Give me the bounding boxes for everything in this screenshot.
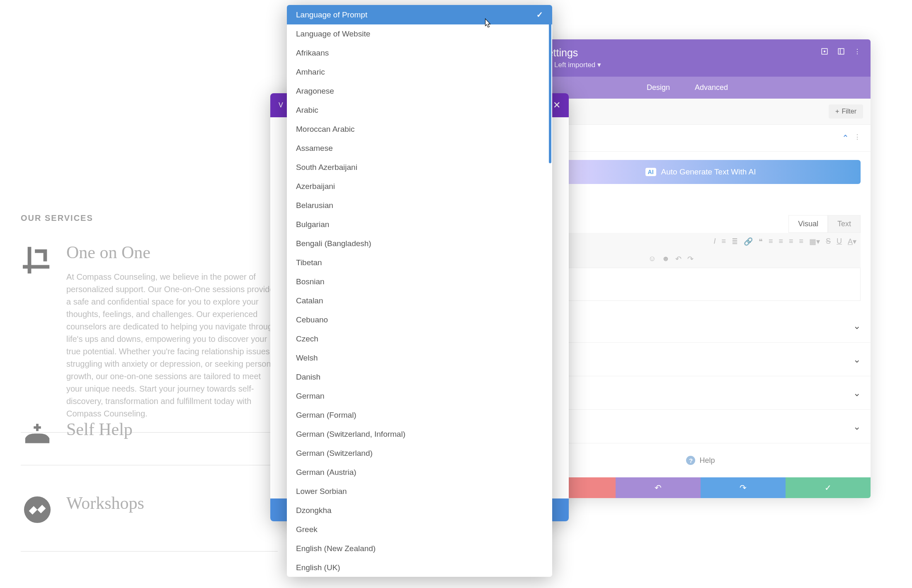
- text-editor: Visual Text I ≡ ≣ 🔗 ❝ ≡ ≡ ≡ ≡ ▦▾ S U A▾ …: [541, 215, 861, 301]
- italic-icon[interactable]: I: [713, 237, 716, 246]
- language-option[interactable]: Bengali (Bangladesh): [287, 234, 552, 253]
- crop-icon: [21, 242, 54, 276]
- language-option[interactable]: Dzongkha: [287, 501, 552, 520]
- ai-modal-title: V: [279, 102, 283, 109]
- redo-icon[interactable]: ↷: [687, 254, 694, 264]
- tab-advanced[interactable]: Advanced: [682, 77, 740, 99]
- language-option[interactable]: Language of Website: [287, 24, 552, 44]
- save-button[interactable]: ✓: [786, 477, 871, 498]
- redo-button[interactable]: ↷: [701, 477, 786, 498]
- language-option[interactable]: Tibetan: [287, 253, 552, 272]
- chevron-down-icon: [853, 421, 861, 432]
- svg-point-2: [824, 51, 825, 52]
- settings-header: Settings age Left imported ▾: [531, 39, 871, 77]
- service-title: Workshops: [66, 493, 144, 513]
- help-link[interactable]: ? Help: [531, 443, 871, 477]
- editor-toolbar-2: ☺ ☻ ↶ ↷: [541, 250, 861, 268]
- panel-footer: ↶ ↷ ✓: [531, 477, 871, 498]
- settings-body: AI Auto Generate Text With AI y Visual T…: [531, 125, 871, 477]
- language-option[interactable]: Belarusian: [287, 196, 552, 215]
- messenger-icon: [21, 493, 54, 526]
- chevron-down-icon: [853, 320, 861, 332]
- language-option[interactable]: German (Switzerland, Informal): [287, 425, 552, 444]
- language-option[interactable]: German (Formal): [287, 406, 552, 425]
- strikethrough-icon[interactable]: S: [826, 237, 831, 246]
- service-description: At Compass Counseling, we believe in the…: [66, 271, 278, 420]
- collapsed-section-2[interactable]: [531, 343, 871, 376]
- close-icon[interactable]: ✕: [553, 100, 560, 111]
- filter-row: + Filter: [531, 99, 871, 125]
- editor-tab-visual[interactable]: Visual: [788, 215, 828, 233]
- expand-icon[interactable]: [821, 48, 829, 56]
- tab-design[interactable]: Design: [634, 77, 682, 99]
- language-option[interactable]: English (New Zealand): [287, 539, 552, 558]
- more-icon[interactable]: [854, 48, 862, 56]
- align-right-icon[interactable]: ≡: [789, 237, 793, 246]
- language-option[interactable]: Assamese: [287, 139, 552, 158]
- emoji2-icon[interactable]: ☻: [662, 254, 669, 264]
- settings-title: Settings: [541, 47, 861, 59]
- editor-toolbar: I ≡ ≣ 🔗 ❝ ≡ ≡ ≡ ≡ ▦▾ S U A▾: [541, 233, 861, 250]
- language-option[interactable]: Catalan: [287, 291, 552, 310]
- check-icon: [536, 10, 543, 19]
- language-dropdown: Language of PromptLanguage of WebsiteAfr…: [287, 5, 552, 577]
- language-option[interactable]: Moroccan Arabic: [287, 120, 552, 139]
- quote-icon[interactable]: ❝: [759, 237, 763, 246]
- language-option[interactable]: Arabic: [287, 101, 552, 120]
- language-option[interactable]: Bulgarian: [287, 215, 552, 234]
- settings-subtitle: age Left imported ▾: [541, 60, 861, 69]
- collapsed-section-3[interactable]: nd: [531, 376, 871, 410]
- undo-button[interactable]: ↶: [616, 477, 701, 498]
- service-one-on-one[interactable]: One on One At Compass Counseling, we bel…: [21, 230, 278, 433]
- dropdown-scrollbar[interactable]: [549, 6, 551, 163]
- language-option[interactable]: Amharic: [287, 63, 552, 82]
- service-workshops[interactable]: Workshops: [21, 481, 278, 552]
- language-option[interactable]: German (Switzerland): [287, 444, 552, 463]
- language-option[interactable]: Lower Sorbian: [287, 482, 552, 501]
- settings-panel: Settings age Left imported ▾ Design Adva…: [531, 39, 871, 498]
- language-option[interactable]: Language of Prompt: [287, 5, 552, 24]
- text-color-icon[interactable]: A▾: [848, 237, 856, 246]
- language-option[interactable]: Czech: [287, 329, 552, 348]
- align-justify-icon[interactable]: ≡: [799, 237, 803, 246]
- service-self-help[interactable]: Self Help: [21, 407, 278, 465]
- language-option[interactable]: South Azerbaijani: [287, 158, 552, 177]
- list-ul-icon[interactable]: ≡: [721, 237, 726, 246]
- language-option[interactable]: Afrikaans: [287, 44, 552, 63]
- align-center-icon[interactable]: ≡: [779, 237, 783, 246]
- layout-icon[interactable]: [837, 48, 846, 56]
- header-action-icons: [821, 48, 862, 56]
- language-option[interactable]: German (Austria): [287, 463, 552, 482]
- section-more-icon[interactable]: [854, 133, 861, 143]
- underline-icon[interactable]: U: [837, 237, 842, 246]
- editor-tab-text[interactable]: Text: [828, 215, 861, 233]
- align-left-icon[interactable]: ≡: [769, 237, 773, 246]
- language-option[interactable]: Aragonese: [287, 82, 552, 101]
- service-title: One on One: [66, 242, 278, 262]
- undo-icon[interactable]: ↶: [675, 254, 682, 264]
- language-option[interactable]: Azerbaijani: [287, 177, 552, 196]
- language-option[interactable]: Welsh: [287, 348, 552, 368]
- link-icon[interactable]: 🔗: [744, 237, 753, 246]
- language-option[interactable]: English (UK): [287, 558, 552, 577]
- language-option[interactable]: Bosnian: [287, 272, 552, 291]
- collapse-icon[interactable]: [842, 133, 849, 143]
- language-option[interactable]: Greek: [287, 520, 552, 539]
- emoji-icon[interactable]: ☺: [648, 254, 656, 264]
- language-option[interactable]: Danish: [287, 368, 552, 387]
- svg-rect-3: [838, 48, 844, 54]
- section-text[interactable]: [531, 125, 871, 152]
- chevron-down-icon: [853, 387, 861, 399]
- ai-badge-icon: AI: [645, 168, 656, 176]
- language-option[interactable]: German: [287, 387, 552, 406]
- editor-textarea[interactable]: [541, 268, 861, 301]
- filter-button[interactable]: + Filter: [829, 104, 863, 119]
- language-option[interactable]: Cebuano: [287, 310, 552, 329]
- collapsed-section-1[interactable]: [531, 309, 871, 343]
- body-label: y: [531, 192, 871, 215]
- ai-generate-button[interactable]: AI Auto Generate Text With AI: [541, 160, 861, 184]
- table-icon[interactable]: ▦▾: [809, 237, 820, 246]
- cursor-icon: [483, 18, 492, 31]
- list-ol-icon[interactable]: ≣: [732, 237, 738, 246]
- collapsed-section-4[interactable]: el: [531, 410, 871, 443]
